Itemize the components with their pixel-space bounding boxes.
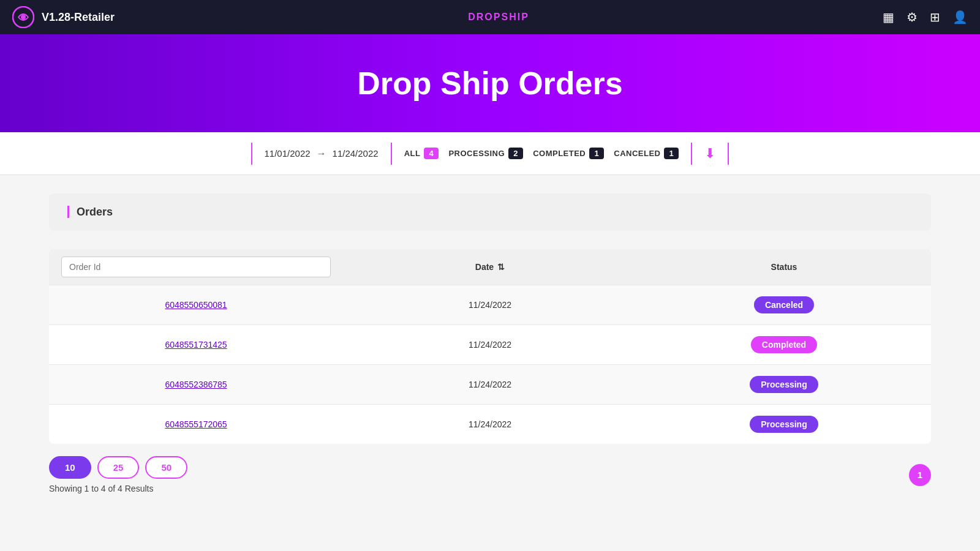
td-order-id: 6048550650081 <box>49 285 343 324</box>
order-id-search-input[interactable] <box>61 257 331 277</box>
status-badge: Canceled <box>754 296 814 313</box>
filter-tab-completed-label: COMPLETED <box>533 149 586 158</box>
filter-badge-completed: 1 <box>589 148 604 159</box>
filter-tab-processing-label: PROCESSING <box>448 149 505 158</box>
orders-card: Orders <box>49 193 931 231</box>
filter-divider-mid <box>391 143 392 165</box>
td-date: 11/24/2022 <box>343 405 637 444</box>
td-status: Canceled <box>637 285 931 324</box>
order-link[interactable]: 6048555172065 <box>165 419 227 429</box>
filter-tab-canceled[interactable]: CANCELED 1 <box>614 148 679 159</box>
nav-right: ▦ ⚙ ⊞ 👤 <box>883 10 968 24</box>
pagination-area: 10 25 50 Showing 1 to 4 of 4 Results 1 <box>49 456 931 493</box>
order-link[interactable]: 6048552386785 <box>165 380 227 389</box>
order-link[interactable]: 6048550650081 <box>165 300 227 310</box>
order-date: 11/24/2022 <box>469 380 511 389</box>
hero-banner: Drop Ship Orders <box>0 34 980 132</box>
td-date: 11/24/2022 <box>343 365 637 404</box>
date-end: 11/24/2022 <box>333 148 379 159</box>
filter-tab-canceled-label: CANCELED <box>614 149 660 158</box>
date-arrow: → <box>317 148 326 159</box>
th-date: Date ⇅ <box>343 249 637 285</box>
table-header: Date ⇅ Status <box>49 249 931 285</box>
status-badge: Processing <box>750 376 818 393</box>
th-order-id <box>49 249 343 285</box>
td-order-id: 6048551731425 <box>49 325 343 364</box>
filter-tab-all-label: ALL <box>404 149 421 158</box>
filter-tabs: ALL 4 PROCESSING 2 COMPLETED 1 CANCELED … <box>404 148 679 159</box>
sort-icon[interactable]: ⇅ <box>497 262 505 272</box>
filter-bar: 11/01/2022 → 11/24/2022 ALL 4 PROCESSING… <box>0 132 980 175</box>
user-icon[interactable]: 👤 <box>952 10 968 24</box>
nav-center-label: DROPSHIP <box>468 12 529 23</box>
status-badge: Processing <box>750 416 818 433</box>
th-status-label: Status <box>771 262 797 272</box>
date-start: 11/01/2022 <box>265 148 311 159</box>
th-status: Status <box>637 249 931 285</box>
td-status: Completed <box>637 325 931 364</box>
td-date: 11/24/2022 <box>343 285 637 324</box>
table-icon[interactable]: ▦ <box>883 10 894 24</box>
order-date: 11/24/2022 <box>469 300 511 310</box>
page-size-25-button[interactable]: 25 <box>97 456 140 479</box>
table-row: 6048550650081 11/24/2022 Canceled <box>49 285 931 324</box>
td-order-id: 6048552386785 <box>49 365 343 404</box>
order-date: 11/24/2022 <box>469 340 511 350</box>
filter-tab-completed[interactable]: COMPLETED 1 <box>533 148 604 159</box>
page-size-buttons: 10 25 50 <box>49 456 187 479</box>
orders-table: Date ⇅ Status 6048550650081 11/24/2022 C… <box>49 249 931 444</box>
th-date-label: Date <box>475 262 494 272</box>
orders-card-title: Orders <box>67 206 113 218</box>
page-size-50-button[interactable]: 50 <box>145 456 187 479</box>
grid-icon[interactable]: ⊞ <box>930 10 940 24</box>
filter-tab-all[interactable]: ALL 4 <box>404 148 439 159</box>
date-range: 11/01/2022 → 11/24/2022 <box>265 148 379 159</box>
main-content: Orders Date ⇅ Status 6048550650081 11/24… <box>0 175 980 512</box>
page-number-buttons: 1 <box>909 464 931 486</box>
table-row: 6048551731425 11/24/2022 Completed <box>49 324 931 364</box>
order-date: 11/24/2022 <box>469 419 511 429</box>
nav-left: V1.28-Retailer <box>12 6 115 28</box>
filter-tab-processing[interactable]: PROCESSING 2 <box>448 148 523 159</box>
td-date: 11/24/2022 <box>343 325 637 364</box>
filter-badge-canceled: 1 <box>664 148 679 159</box>
filter-divider-left <box>251 143 252 165</box>
filter-badge-processing: 2 <box>508 148 523 159</box>
filter-divider-right <box>691 143 692 165</box>
gear-icon[interactable]: ⚙ <box>907 10 918 24</box>
pagination-left: 10 25 50 Showing 1 to 4 of 4 Results <box>49 456 187 493</box>
logo-icon <box>12 6 34 28</box>
app-title: V1.28-Retailer <box>42 11 115 24</box>
filter-badge-all: 4 <box>424 148 439 159</box>
filter-divider-end <box>728 143 729 165</box>
showing-text: Showing 1 to 4 of 4 Results <box>49 484 187 493</box>
status-badge: Completed <box>751 336 817 353</box>
table-row: 6048552386785 11/24/2022 Processing <box>49 364 931 404</box>
page-size-10-button[interactable]: 10 <box>49 456 91 479</box>
td-order-id: 6048555172065 <box>49 405 343 444</box>
page-1-button[interactable]: 1 <box>909 464 931 486</box>
hero-title: Drop Ship Orders <box>357 65 622 102</box>
top-navigation: V1.28-Retailer DROPSHIP ▦ ⚙ ⊞ 👤 <box>0 0 980 34</box>
table-row: 6048555172065 11/24/2022 Processing <box>49 404 931 444</box>
svg-point-1 <box>21 15 26 20</box>
td-status: Processing <box>637 365 931 404</box>
order-link[interactable]: 6048551731425 <box>165 340 227 350</box>
download-icon[interactable]: ⬇ <box>704 146 715 162</box>
td-status: Processing <box>637 405 931 444</box>
